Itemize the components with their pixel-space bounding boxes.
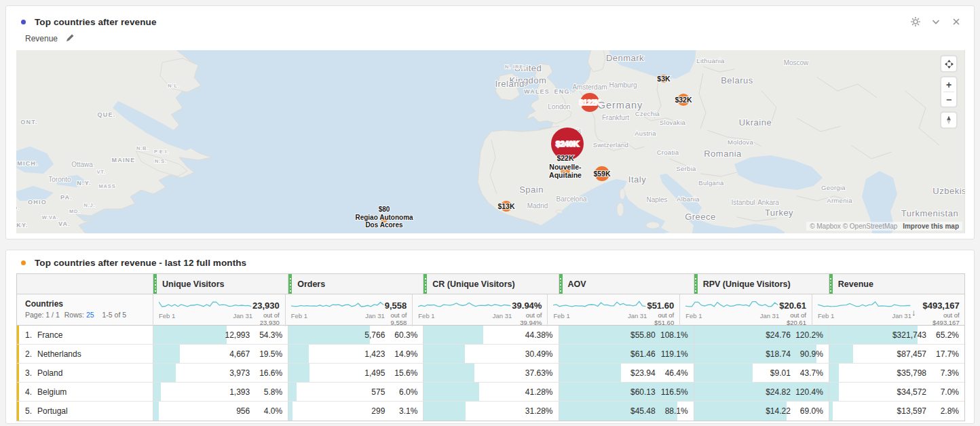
map-label-istanbul: Istanbul	[731, 199, 755, 206]
compass-icon	[944, 115, 954, 125]
table-row-portugal[interactable]: 5.Portugal9564.0%2993.1%31.28%$45.4888.1…	[17, 402, 964, 421]
metric-cell-cr-unique-visitors[interactable]: 31.28%	[423, 402, 559, 421]
map-label-romania: Romania	[704, 149, 742, 159]
metric-cell-rpv-unique-visitors[interactable]: $18.7490.9%	[694, 345, 829, 363]
map-label-czechia: Czechia	[635, 110, 660, 117]
country-name: France	[37, 330, 62, 340]
map-label-belarus: Belarus	[721, 75, 753, 85]
sparkline	[553, 298, 647, 310]
column-header-revenue[interactable]: Revenue	[829, 274, 964, 294]
metric-cell-orders[interactable]: 5756.0%	[288, 383, 423, 401]
dimension-cell-poland[interactable]: 3.Poland	[17, 364, 153, 382]
row-rank: 5.	[25, 406, 37, 416]
metric-cell-rpv-unique-visitors[interactable]: $14.2269.0%	[694, 402, 829, 421]
dimension-cell-belgium[interactable]: 4.Belgium	[17, 383, 153, 401]
column-drag-handle[interactable]	[829, 274, 833, 294]
column-drag-handle[interactable]	[153, 274, 157, 294]
metric-total: 9,558	[385, 301, 407, 311]
metric-cell-aov[interactable]: $23.9446.4%	[559, 364, 694, 382]
metric-bar	[288, 383, 297, 401]
column-drag-handle[interactable]	[694, 274, 698, 294]
table-row-netherlands[interactable]: 2.Netherlands4,66719.5%1,42314.9%30.49%$…	[17, 345, 964, 364]
map-zoom-out-button[interactable]: −	[941, 92, 956, 106]
column-header-rpv-unique-visitors[interactable]: RPV (Unique Visitors)	[694, 274, 829, 294]
metric-cell-revenue[interactable]: $13,5972.8%	[829, 402, 964, 421]
metric-out-of: out of $51.60	[647, 311, 674, 326]
metric-cell-unique-visitors[interactable]: 1,3935.8%	[153, 383, 288, 401]
sort-descending-icon[interactable]: ↓	[911, 307, 916, 317]
table-row-france[interactable]: 1.France12,99354.3%5,76660.3%44.38%$55.8…	[17, 326, 964, 345]
table-row-belgium[interactable]: 4.Belgium1,3935.8%5756.0%41.28%$60.13116…	[17, 383, 964, 402]
column-drag-handle[interactable]	[423, 274, 427, 294]
metric-percent: 19.5%	[250, 349, 282, 359]
metric-cell-aov[interactable]: $45.4888.1%	[559, 402, 694, 421]
column-drag-handle[interactable]	[559, 274, 563, 294]
map-label-ankara: Ankara	[757, 199, 779, 206]
column-header-label: Unique Visitors	[153, 279, 224, 289]
close-icon[interactable]	[949, 15, 963, 28]
column-header-unique-visitors[interactable]: Unique Visitors	[153, 274, 288, 294]
map-label-n-ire: N. IRE.	[505, 64, 525, 70]
column-drag-handle[interactable]	[288, 274, 292, 294]
gear-icon[interactable]	[909, 15, 922, 28]
revenue-bubble-3k[interactable]: $3K	[657, 75, 671, 83]
metric-value: $23.94	[630, 368, 656, 378]
map-fullscreen-button[interactable]	[941, 56, 957, 72]
revenue-bubble-13k[interactable]: $13K	[497, 201, 515, 212]
edit-pencil-icon[interactable]	[66, 33, 75, 45]
map-canvas[interactable]: DenmarkUnitedKingdomIrelandGermanyBelaru…	[16, 50, 965, 233]
map-label-frankfurt: Frankfurt	[602, 114, 629, 121]
metric-cell-unique-visitors[interactable]: 3,97316.6%	[153, 364, 288, 382]
metric-cell-rpv-unique-visitors[interactable]: $24.76120.2%	[694, 326, 829, 344]
metric-cell-rpv-unique-visitors[interactable]: $9.0143.7%	[694, 364, 829, 382]
metric-cell-orders[interactable]: 5,76660.3%	[288, 326, 423, 344]
map-label-n-y: N.Y.	[77, 180, 91, 187]
metric-value: $24.82	[766, 387, 791, 397]
column-header-cr-unique-visitors[interactable]: CR (Unique Visitors)	[423, 274, 559, 294]
metric-cell-unique-visitors[interactable]: 4,66719.5%	[153, 345, 288, 363]
metric-percent: 16.6%	[250, 368, 282, 378]
metric-cell-unique-visitors[interactable]: 12,99354.3%	[153, 326, 288, 344]
metric-cell-cr-unique-visitors[interactable]: 41.28%	[423, 383, 559, 401]
table-row-poland[interactable]: 3.Poland3,97316.6%1,49515.6%37.63%$23.94…	[17, 364, 964, 383]
rows-per-page-select[interactable]: 25	[86, 311, 94, 319]
metric-cell-cr-unique-visitors[interactable]: 30.49%	[423, 345, 559, 363]
metric-cell-revenue[interactable]: $321,74365.2%	[829, 326, 964, 344]
metric-cell-aov[interactable]: $60.13116.5%	[559, 383, 694, 401]
country-name: Netherlands	[37, 349, 81, 359]
column-header-orders[interactable]: Orders	[288, 274, 423, 294]
metric-percent: 120.4%	[791, 387, 823, 397]
metric-cell-aov[interactable]: $55.80108.1%	[559, 326, 694, 344]
metric-cell-aov[interactable]: $61.46119.1%	[559, 345, 694, 363]
metric-cell-cr-unique-visitors[interactable]: 44.38%	[423, 326, 559, 344]
metric-total: 39.94%	[512, 301, 542, 311]
dimension-cell-netherlands[interactable]: 2.Netherlands	[17, 345, 153, 363]
metric-cell-orders[interactable]: 1,42314.9%	[288, 345, 423, 363]
map-label-germany: Germany	[598, 100, 643, 111]
metric-cell-revenue[interactable]: $35,7987.3%	[829, 364, 964, 382]
metric-cell-orders[interactable]: 2993.1%	[288, 402, 423, 421]
metric-value: 299	[371, 406, 385, 416]
dimension-cell-france[interactable]: 1.France	[17, 326, 153, 344]
dimension-cell-portugal[interactable]: 5.Portugal	[17, 402, 153, 421]
metric-cell-cr-unique-visitors[interactable]: 37.63%	[423, 364, 559, 382]
metric-cell-revenue[interactable]: $34,5727.0%	[829, 383, 964, 401]
metric-cell-orders[interactable]: 1,49515.6%	[288, 364, 423, 382]
map-zoom-in-button[interactable]: +	[941, 77, 956, 92]
attribution-improve-link[interactable]: Improve this map	[903, 222, 959, 230]
column-header-aov[interactable]: AOV	[559, 274, 694, 294]
metric-percent: 119.1%	[656, 349, 688, 359]
attribution-mapbox[interactable]: © Mapbox	[810, 222, 841, 230]
map-label-turkmenistan: Turkmenistan	[901, 208, 958, 218]
map-label-ukraine: Ukraine	[739, 117, 772, 128]
chevron-down-icon[interactable]	[929, 15, 943, 28]
metric-cell-rpv-unique-visitors[interactable]: $24.82120.4%	[694, 383, 829, 401]
metric-cell-unique-visitors[interactable]: 9564.0%	[153, 402, 288, 421]
metric-cell-revenue[interactable]: $87,45717.7%	[829, 345, 964, 363]
attribution-osm[interactable]: © OpenStreetMap	[843, 222, 898, 230]
map-compass-button[interactable]	[941, 112, 957, 128]
map-label-maine: MAINE	[112, 157, 136, 163]
column-header-label: Revenue	[829, 279, 873, 289]
map-label-n-s: N.S.	[155, 158, 167, 164]
bubble-label: $32K	[675, 96, 692, 104]
